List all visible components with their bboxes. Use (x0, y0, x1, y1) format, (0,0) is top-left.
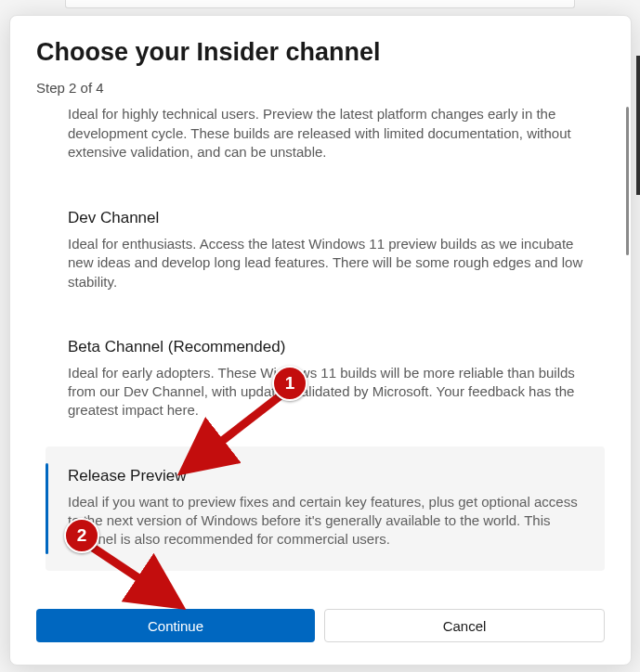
scrollbar[interactable] (624, 107, 630, 562)
channel-list: Ideal for highly technical users. Previe… (36, 105, 597, 585)
annotation-badge-2: 2 (64, 518, 99, 553)
background-edge (636, 56, 640, 195)
channel-title: Release Preview (68, 467, 581, 485)
scrollbar-thumb[interactable] (626, 107, 629, 255)
cancel-button[interactable]: Cancel (324, 609, 605, 642)
dialog-footer: Continue Cancel (10, 585, 631, 665)
channel-title: Dev Channel (68, 209, 597, 227)
annotation-badge-1: 1 (272, 366, 307, 401)
channel-description: Ideal for early adopters. These Windows … (68, 364, 597, 420)
insider-channel-dialog: Choose your Insider channel Step 2 of 4 … (9, 15, 632, 666)
dialog-body: Ideal for highly technical users. Previe… (10, 105, 631, 585)
dialog-step-indicator: Step 2 of 4 (36, 80, 605, 96)
channel-description: Ideal for highly technical users. Previe… (68, 105, 597, 162)
channel-option-release-preview-selected[interactable]: Release Preview Ideal if you want to pre… (46, 446, 605, 572)
channel-option-beta[interactable]: Beta Channel (Recommended) Ideal for ear… (36, 338, 597, 446)
channel-option-canary[interactable]: Ideal for highly technical users. Previe… (36, 105, 597, 209)
continue-button[interactable]: Continue (36, 609, 315, 642)
channel-description: Ideal for enthusiasts. Access the latest… (68, 235, 597, 291)
background-window-hint (65, 0, 575, 8)
channel-title: Beta Channel (Recommended) (68, 338, 597, 356)
dialog-title: Choose your Insider channel (36, 38, 605, 67)
channel-description: Ideal if you want to preview fixes and c… (68, 493, 581, 549)
dialog-header: Choose your Insider channel Step 2 of 4 (10, 16, 631, 105)
channel-option-dev[interactable]: Dev Channel Ideal for enthusiasts. Acces… (36, 209, 597, 338)
